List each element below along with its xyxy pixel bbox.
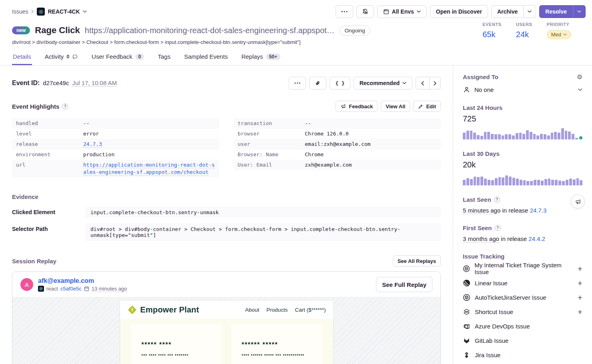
replay-project-name: react	[46, 286, 58, 292]
ticket-system-icon	[463, 294, 470, 301]
new-badge: new	[12, 26, 30, 34]
event-selector-button[interactable]: Recommended	[354, 77, 412, 90]
archive-dropdown-button[interactable]	[524, 5, 536, 18]
last-seen-title: Last Seen	[463, 196, 491, 203]
issue-title: Rage Click	[35, 25, 80, 36]
priority-label: PRIORITY	[547, 22, 571, 27]
jira-icon	[463, 351, 470, 359]
highlight-row: release24.7.3	[12, 139, 219, 149]
event-id-value: d27ce49c	[43, 80, 69, 86]
braces-icon: { }	[335, 80, 344, 86]
issue-sidebar: Assigned To ⚙ No one Last 24 Hours 725 L…	[453, 66, 592, 364]
chevron-right-icon	[434, 81, 436, 86]
project-selector[interactable]: REACT-4CK	[37, 8, 86, 16]
avatar: A	[20, 278, 33, 291]
first-seen-release-link[interactable]: 24.4.2	[528, 235, 545, 242]
issue-stats: EVENTS 65k USERS 24k PRIORITY Med	[482, 22, 571, 39]
floating-feedback-button[interactable]	[571, 195, 585, 209]
replay-time-ago[interactable]: 13 minutes ago	[92, 286, 127, 292]
preview-nav-products: Products	[266, 307, 288, 313]
help-icon[interactable]: ?	[62, 103, 68, 109]
tab-user-feedback[interactable]: User Feedback 0	[91, 50, 145, 65]
archive-button[interactable]: Archive	[491, 5, 524, 18]
issue-tabs: Details Activity 0 User Feedback 0 Tags …	[0, 50, 592, 66]
issue-selector-path: div#root > div#body-container > Checkout…	[12, 39, 580, 45]
chevron-down-icon	[402, 82, 406, 84]
chevron-down-icon	[578, 88, 582, 91]
replay-id-link[interactable]: c5af0e5c	[60, 286, 82, 292]
attachments-button[interactable]	[309, 77, 326, 90]
json-button[interactable]: { }	[330, 77, 350, 90]
events-label: EVENTS	[482, 22, 502, 27]
see-all-replays-button[interactable]: See All Replays	[393, 255, 441, 267]
calendar-icon	[84, 286, 89, 291]
last-24-hours-count: 725	[463, 114, 582, 123]
feedback-button[interactable]: Feedback	[336, 101, 378, 112]
live-indicator	[579, 136, 582, 139]
open-in-discover-button[interactable]: Open in Discover	[430, 5, 488, 18]
issue-tracking-block: Issue Tracking My Internal Ticket Triage…	[463, 253, 582, 362]
issue-tracking-link[interactable]: Jira Issue	[475, 352, 500, 358]
first-seen-time[interactable]: 3 months ago	[463, 235, 499, 243]
tab-sampled-events[interactable]: Sampled Events	[183, 50, 228, 65]
add-issue-button[interactable]: +	[578, 265, 582, 273]
add-issue-button[interactable]: +	[578, 308, 582, 316]
environment-filter-button[interactable]: All Envs	[377, 5, 427, 18]
header-actions: All Envs Open in Discover Archive Resolv…	[336, 5, 586, 18]
help-icon[interactable]: ?	[495, 225, 501, 231]
resolve-button[interactable]: Resolve	[539, 5, 573, 18]
comment-bubble-icon	[72, 54, 78, 60]
event-more-button[interactable]	[289, 77, 306, 90]
ellipsis-icon	[341, 11, 348, 12]
replay-preview[interactable]: Empower Plant About Products Cart ($****…	[12, 297, 440, 364]
last-30-days-title: Last 30 Days	[463, 150, 582, 157]
event-details-main: Event ID: d27ce49c Jul 17, 10:08 AM { } …	[0, 66, 453, 364]
issue-tracking-link[interactable]: Linear Issue	[475, 280, 508, 286]
assignee-selector[interactable]: No one	[463, 86, 582, 93]
react-project-icon	[37, 8, 45, 16]
breadcrumb-issues[interactable]: Issues	[12, 8, 28, 15]
users-count[interactable]: 24k	[516, 30, 532, 39]
see-full-replay-button[interactable]: See Full Replay	[376, 277, 432, 292]
resolve-dropdown-button[interactable]	[573, 5, 586, 18]
tab-activity[interactable]: Activity 0	[44, 50, 79, 65]
issue-tracking-link[interactable]: GitLab Issue	[475, 337, 508, 344]
session-replay-title: Session Replay	[12, 258, 56, 265]
tab-tags[interactable]: Tags	[157, 50, 171, 65]
mute-button[interactable]	[356, 5, 374, 18]
edit-highlights-button[interactable]: Edit	[413, 101, 441, 112]
empower-plant-brand: Empower Plant	[127, 305, 199, 315]
events-count[interactable]: 65k	[482, 30, 502, 39]
more-actions-button[interactable]	[336, 5, 353, 18]
previous-event-button[interactable]	[416, 77, 430, 90]
add-issue-button[interactable]: +	[578, 293, 582, 302]
highlight-row: Browser: NameChrome	[234, 149, 441, 160]
issue-tracking-link[interactable]: My Internal Ticket Triage System Issue	[474, 262, 573, 275]
tab-replays[interactable]: Replays 50+	[240, 50, 281, 65]
project-name: REACT-4CK	[48, 8, 80, 15]
highlight-row: User: Emailzxh@example.com	[234, 160, 441, 170]
react-project-icon	[38, 286, 44, 292]
issue-tracking-link[interactable]: Shortcut Issue	[475, 308, 513, 315]
release-link[interactable]: 24.7.3	[83, 141, 102, 147]
url-link[interactable]: https://application-monitoring-react-dot…	[83, 162, 215, 175]
last-seen-time[interactable]: 5 minutes ago	[463, 207, 500, 214]
chevron-down-icon	[83, 10, 87, 13]
priority-selector[interactable]: Med	[547, 30, 571, 39]
help-icon[interactable]: ?	[494, 197, 500, 203]
assigned-to-title: Assigned To	[463, 74, 498, 80]
environment-filter-label: All Envs	[392, 8, 414, 15]
next-event-button[interactable]	[430, 77, 441, 90]
event-timestamp[interactable]: Jul 17, 10:08 AM	[72, 80, 117, 87]
highlight-row: transaction--	[234, 118, 441, 129]
gear-icon[interactable]: ⚙	[577, 74, 582, 80]
last-seen-release-link[interactable]: 24.7.3	[530, 207, 547, 214]
issue-tracking-link[interactable]: Azure DevOps Issue	[475, 323, 530, 330]
view-all-button[interactable]: View All	[381, 101, 410, 112]
tab-details[interactable]: Details	[12, 50, 32, 65]
replay-user-link[interactable]: afk@example.com	[38, 277, 94, 284]
issue-tracking-link[interactable]: AutoTicketJiraServer Issue	[475, 294, 546, 301]
users-label: USERS	[516, 22, 532, 27]
add-issue-button[interactable]: +	[578, 279, 582, 287]
azure-devops-icon	[463, 322, 470, 330]
